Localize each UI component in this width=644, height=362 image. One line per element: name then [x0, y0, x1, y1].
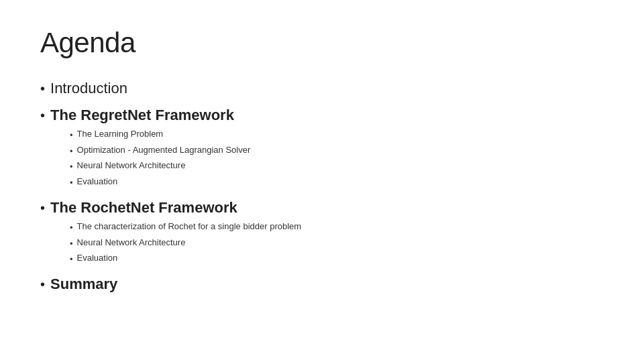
subitem-label: Neural Network Architecture: [77, 159, 186, 173]
subitem-label: The characterization of Rochet for a sin…: [77, 220, 302, 234]
bullet-icon: •: [70, 237, 73, 251]
bullet-icon: •: [40, 274, 45, 294]
list-item: • Evaluation: [70, 175, 604, 190]
rochetnet-subitems: • The characterization of Rochet for a s…: [70, 220, 604, 267]
bullet-icon: •: [40, 198, 45, 218]
list-item: • The characterization of Rochet for a s…: [70, 220, 604, 235]
regretnet-section: • The RegretNet Framework • The Learning…: [40, 105, 604, 193]
agenda-content: • Introduction • The RegretNet Framework…: [40, 78, 604, 296]
list-item: • Introduction: [40, 78, 604, 99]
rochetnet-section: • The RochetNet Framework • The characte…: [40, 197, 604, 269]
bullet-icon: •: [40, 78, 45, 99]
bullet-icon: •: [70, 145, 73, 159]
subitem-label: Evaluation: [77, 251, 118, 265]
intro-label: Introduction: [50, 78, 127, 99]
rochetnet-label: The RochetNet Framework: [50, 197, 237, 219]
list-item: • The Learning Problem: [70, 127, 604, 143]
list-item: • Neural Network Architecture: [70, 236, 604, 251]
list-item: • Neural Network Architecture: [70, 159, 604, 174]
bullet-icon: •: [70, 160, 73, 174]
bullet-icon: •: [70, 129, 73, 143]
bullet-icon: •: [70, 253, 73, 267]
list-item: • The RegretNet Framework: [40, 105, 604, 126]
list-item: • The RochetNet Framework: [40, 197, 604, 219]
list-item: • Evaluation: [70, 251, 604, 267]
bullet-icon: •: [40, 105, 45, 125]
slide-title: Agenda: [40, 27, 604, 59]
subitem-label: Optimization - Augmented Lagrangian Solv…: [77, 143, 251, 158]
summary-label: Summary: [50, 274, 117, 295]
subitem-label: The Learning Problem: [77, 127, 164, 141]
bullet-icon: •: [70, 176, 73, 190]
subitem-label: Neural Network Architecture: [77, 236, 186, 250]
slide: Agenda • Introduction • The RegretNet Fr…: [0, 0, 644, 362]
regretnet-subitems: • The Learning Problem • Optimization - …: [70, 127, 604, 190]
list-item: • Summary: [40, 274, 604, 295]
regretnet-label: The RegretNet Framework: [50, 105, 234, 126]
subitem-label: Evaluation: [77, 175, 118, 189]
list-item: • Optimization - Augmented Lagrangian So…: [70, 143, 604, 159]
bullet-icon: •: [70, 221, 73, 235]
